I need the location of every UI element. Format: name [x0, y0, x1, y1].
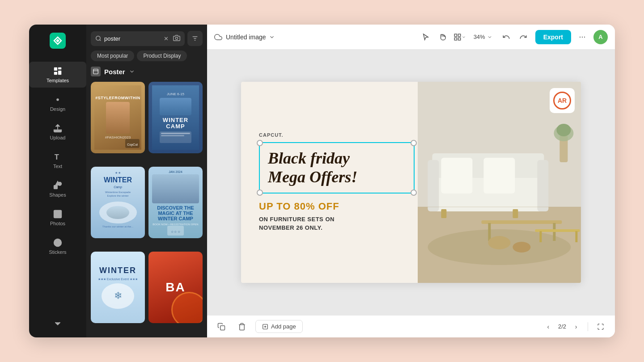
camera-icon[interactable]	[173, 34, 180, 43]
sidebar-item-stickers[interactable]: Stickers	[29, 233, 86, 259]
topbar-tools: 34%	[418, 29, 531, 45]
export-button[interactable]: Export	[535, 30, 571, 44]
cloud-icon	[214, 33, 222, 41]
poster-label: Poster	[104, 68, 125, 76]
logo-inner-text: AR	[553, 92, 571, 109]
canvas-left-content: CAPCUT. Black fridayMega Offers! UP TO 8…	[241, 82, 428, 283]
sidebar-expand[interactable]	[53, 314, 63, 333]
bottombar: Add page ‹ 2/2 ›	[207, 315, 615, 337]
redo-button[interactable]	[516, 29, 531, 45]
next-page-button[interactable]: ›	[570, 320, 582, 333]
sub-line-1: ON FURNITURE SETS ON	[259, 216, 335, 223]
canvas: CAPCUT. Black fridayMega Offers! UP TO 8…	[241, 82, 581, 283]
page-nav: ‹ 2/2 ›	[542, 320, 608, 334]
template-card-winter-blue[interactable]: ★ ★ WINTER Camp Wintertime EscapadeExplo…	[91, 167, 145, 238]
delete-page-button[interactable]	[235, 320, 249, 334]
add-page-label: Add page	[271, 323, 296, 330]
svg-rect-29	[428, 160, 439, 211]
svg-point-14	[96, 36, 100, 40]
logo-badge: AR	[550, 88, 575, 113]
zoom-control[interactable]: 34%	[469, 31, 497, 42]
template-card-fashion[interactable]: #STYLEFROMWITHIN #FASHION2023 CopCut	[91, 82, 145, 153]
search-input[interactable]: poster	[104, 35, 161, 42]
panel: poster ✕ Most popular Product Display Po…	[86, 25, 207, 337]
svg-rect-21	[458, 34, 460, 36]
undo-button[interactable]	[499, 29, 514, 45]
chevron-down-icon	[269, 34, 275, 40]
sidebar-item-templates[interactable]: Templates	[29, 62, 86, 88]
chevron-down-icon	[487, 34, 492, 40]
sidebar-label-photos: Photos	[50, 221, 65, 226]
chip-most-popular[interactable]: Most popular	[91, 51, 134, 61]
duplicate-page-button[interactable]	[214, 320, 229, 334]
svg-rect-19	[93, 69, 98, 74]
svg-rect-40	[576, 231, 578, 242]
page-current: 2	[558, 323, 561, 330]
svg-text:T: T	[55, 153, 59, 161]
template-card-winter2[interactable]: WINTER ★★★ Exclusive Event ★★★ ❄	[91, 252, 145, 323]
svg-rect-23	[458, 38, 460, 40]
svg-rect-35	[482, 220, 562, 224]
more-options-button[interactable]: ···	[575, 29, 590, 45]
handle-top-right[interactable]	[411, 140, 417, 146]
sidebar-item-shapes[interactable]: Shapes	[29, 176, 86, 202]
sidebar-label-design: Design	[50, 106, 65, 112]
room-image: AR	[418, 82, 581, 283]
svg-point-15	[175, 37, 178, 39]
chip-product-display[interactable]: Product Display	[137, 51, 187, 61]
icon-sidebar: Templates Design Upload T Text Shapes Ph…	[29, 25, 86, 337]
svg-rect-22	[454, 38, 457, 40]
add-icon	[262, 324, 268, 330]
handle-bottom-right[interactable]	[411, 189, 417, 196]
svg-rect-8	[54, 185, 57, 189]
page-total: 2	[563, 323, 566, 330]
add-page-button[interactable]: Add page	[255, 320, 303, 333]
svg-rect-1	[54, 67, 57, 71]
handle-bottom-left[interactable]	[257, 189, 263, 196]
template-card-basketball[interactable]: BA	[148, 252, 203, 323]
svg-rect-3	[58, 71, 61, 75]
svg-rect-30	[538, 160, 549, 211]
prev-page-button[interactable]: ‹	[542, 320, 555, 333]
zoom-value: 34%	[474, 34, 485, 40]
sub-text: ON FURNITURE SETS ON NOVEMBER 26 ONLY.	[259, 215, 415, 232]
svg-rect-47	[220, 325, 225, 330]
fullscreen-button[interactable]	[593, 320, 608, 334]
svg-rect-33	[441, 209, 447, 218]
clear-icon[interactable]: ✕	[164, 35, 169, 42]
topbar-right: Export ··· A	[535, 29, 608, 45]
text-selection-box[interactable]: Black fridayMega Offers!	[259, 142, 415, 194]
filter-button[interactable]	[187, 31, 203, 46]
template-card-winter-camp[interactable]: JUNE 6-15 WINTERCAMP	[148, 82, 203, 153]
sidebar-item-upload[interactable]: Upload	[29, 119, 86, 145]
sidebar-label-text: Text	[53, 164, 62, 169]
sidebar-label-stickers: Stickers	[49, 249, 66, 255]
chevron-down-icon	[129, 68, 135, 75]
headline-text[interactable]: Black fridayMega Offers!	[268, 149, 406, 186]
search-box[interactable]: poster ✕	[91, 31, 185, 46]
canvas-wrapper: CAPCUT. Black fridayMega Offers! UP TO 8…	[207, 50, 615, 315]
template-card-winter-camp-kids[interactable]: JAN 2024 DISCOVER THE MAGIC AT THEWINTER…	[148, 167, 203, 238]
svg-rect-4	[54, 72, 57, 75]
templates-grid: #STYLEFROMWITHIN #FASHION2023 CopCut JUN…	[91, 82, 203, 333]
select-tool[interactable]	[418, 29, 433, 45]
poster-icon	[91, 67, 101, 76]
sidebar-label-upload: Upload	[50, 135, 66, 140]
svg-point-44	[488, 236, 511, 249]
svg-point-43	[557, 124, 571, 136]
avatar: A	[593, 30, 608, 44]
svg-point-12	[55, 212, 57, 214]
svg-point-45	[513, 242, 531, 253]
sidebar-item-design[interactable]: Design	[29, 90, 86, 116]
sidebar-label-shapes: Shapes	[49, 192, 66, 198]
svg-rect-20	[454, 34, 457, 36]
hand-tool[interactable]	[435, 29, 450, 45]
poster-header: Poster	[91, 66, 203, 77]
handle-top-left[interactable]	[257, 140, 263, 146]
doc-title[interactable]: Untitled image	[226, 34, 275, 41]
layout-tool[interactable]	[452, 29, 467, 45]
sidebar-item-photos[interactable]: Photos	[29, 205, 86, 231]
sidebar-item-text[interactable]: T Text	[29, 147, 86, 173]
app-window: Templates Design Upload T Text Shapes Ph…	[29, 25, 615, 337]
filter-chips: Most popular Product Display	[91, 51, 203, 61]
